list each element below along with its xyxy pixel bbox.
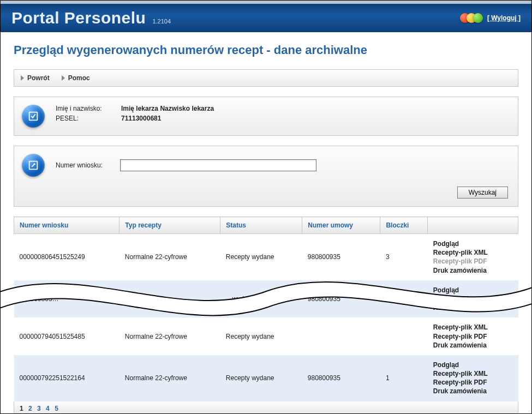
page-1[interactable]: 1 [20,405,23,412]
table-row: 000000792251522164 Normalne 22-cyfrowe R… [14,355,518,401]
col-status[interactable]: Status [220,217,302,234]
cell-umowa [302,317,380,355]
search-button-wrap: Wyszukaj [22,187,508,199]
header-left: Portal Personelu 1.2104 [11,9,171,27]
cell-num: 000000806451525249 [14,234,119,280]
logout-link[interactable]: [ Wyloguj ] [487,14,521,22]
info-grid: Imię i nazwisko: Imię lekarza Nazwisko l… [56,105,214,122]
nav-help-label: Pomoc [68,74,90,82]
search-button[interactable]: Wyszukaj [457,187,508,199]
content: Przegląd wygenerowanych numerów recept -… [1,32,531,414]
arrow-right-icon [62,75,65,81]
header-right: [ Wyloguj ] [463,13,521,23]
action-xml[interactable]: Recepty-plik XML [433,248,513,257]
page-3[interactable]: 3 [37,405,41,412]
action-order[interactable]: Druk zamówienia [433,341,513,350]
results-table: Numer wniosku Typ recepty Status Numer u… [14,217,518,401]
cell-type: Normalne 22-cyfrowe [119,234,220,280]
cell-bloczki: 1 [380,355,428,401]
action-xml[interactable]: Recepty-plik XML [433,369,513,378]
cell-umowa: 980800935 [302,355,380,401]
cell-actions: Podgląd Recepty-plik XML Recepty-plik PD… [428,355,518,401]
search-label: Numer wniosku: [56,161,110,169]
action-order[interactable]: Druk zamówienia [433,266,513,275]
info-panel: Imię i nazwisko: Imię lekarza Nazwisko l… [14,97,518,136]
arrow-right-icon [21,75,24,81]
decor-orbs [463,13,483,23]
cell-actions: Podgląd Recepty-plik XML Recepty-plik PD… [428,234,518,280]
nav-help[interactable]: Pomoc [62,74,90,82]
cell-bloczki [380,317,428,355]
table-header-row: Numer wniosku Typ recepty Status Numer u… [14,217,518,234]
action-xml[interactable]: Recepty-pli… [433,295,513,303]
cell-umowa: 980800935 [302,234,380,280]
action-xml[interactable]: Recepty-plik XML [433,323,513,332]
col-numer-wniosku[interactable]: Numer wniosku [14,217,119,234]
page-title: Przegląd wygenerowanych numerów recept -… [14,43,518,57]
search-panel: Numer wniosku: Wyszukaj [14,146,518,207]
cell-bloczki: 1 [380,280,428,318]
nav-back-label: Powrót [27,74,50,82]
cell-num: 000000792251522164 [14,355,119,401]
col-typ-recepty[interactable]: Typ recepty [119,217,220,234]
action-view[interactable]: Podgląd [433,286,513,295]
cell-type [119,280,220,318]
table-row: 000000805… …wydane 980800935 1 Podgląd R… [14,280,518,318]
app-header: Portal Personelu 1.2104 [ Wyloguj ] [1,1,531,32]
info-badge-icon [22,105,45,128]
cell-type: Normalne 22-cyfrowe [119,355,220,401]
col-numer-umowy[interactable]: Numer umowy [302,217,380,234]
cell-status: …wydane [220,280,302,318]
action-pdf: Recepty-plik PDF [433,257,513,266]
cell-num: 000000794051525485 [14,317,119,355]
pager: 1 2 3 4 5 [14,401,518,414]
col-bloczki[interactable]: Bloczki [380,217,428,234]
app-title: Portal Personelu [11,9,146,27]
action-pdf[interactable]: Rec… [433,303,513,312]
edit-badge-icon [22,154,45,177]
nav-bar: Powrót Pomoc [14,69,518,87]
cell-status: Recepty wydane [220,355,302,401]
action-view[interactable]: Podgląd [433,361,513,369]
cell-status: Recepty wydane [220,234,302,280]
action-order[interactable]: Druk zamówienia [433,387,513,395]
page-5[interactable]: 5 [55,405,58,412]
cell-actions: Podgląd Recepty-pli… Rec… [428,280,518,318]
action-view[interactable]: Podgląd [433,239,513,248]
search-input[interactable] [120,159,316,171]
cell-num: 000000805… [14,280,119,318]
cell-actions: Recepty-plik XML Recepty-plik PDF Druk z… [428,317,518,355]
info-name-value: Imię lekarza Nazwisko lekarza [121,105,214,112]
search-row: Numer wniosku: [56,159,316,171]
nav-back[interactable]: Powrót [21,74,50,82]
table-row: 000000806451525249 Normalne 22-cyfrowe R… [14,234,518,280]
col-actions [428,217,518,234]
cell-bloczki: 3 [380,234,428,280]
info-name-label: Imię i nazwisko: [56,105,116,112]
info-pesel-label: PESEL: [56,115,116,122]
app-version: 1.2104 [152,18,171,25]
cell-type: Normalne 22-cyfrowe [119,317,220,355]
cell-umowa: 980800935 [302,280,380,318]
info-pesel-value: 71113000681 [121,115,214,122]
page-2[interactable]: 2 [28,405,32,412]
cell-status: Recepty wydane [220,317,302,355]
table-row: 000000794051525485 Normalne 22-cyfrowe R… [14,317,518,355]
page-4[interactable]: 4 [46,405,50,412]
orb-green-icon [473,13,483,23]
action-pdf[interactable]: Recepty-plik PDF [433,332,513,341]
action-pdf[interactable]: Recepty-plik PDF [433,378,513,387]
